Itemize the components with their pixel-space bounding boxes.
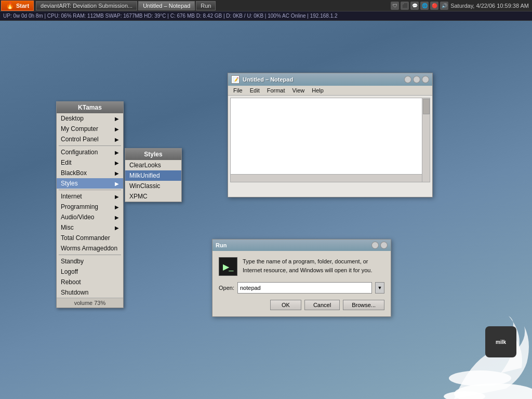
menu-item-misc[interactable]: Misc▶ bbox=[57, 222, 123, 233]
notepad-window: 📝 Untitled – Notepad File Edit Format Vi… bbox=[228, 73, 433, 197]
terminal-icon-symbol: ▶_ bbox=[223, 262, 234, 272]
milk-splash: milk bbox=[376, 269, 532, 399]
menu-item-logoff[interactable]: Logoff bbox=[57, 267, 123, 277]
milk-splash-svg bbox=[376, 269, 532, 399]
start-menu-header: KTamas bbox=[57, 102, 123, 113]
run-controls bbox=[371, 242, 388, 249]
run-description: Type the name of a program, folder, docu… bbox=[243, 257, 384, 274]
run-open-label: Open: bbox=[219, 285, 234, 291]
menu-item-audiovideo[interactable]: Audio/Video▶ bbox=[57, 212, 123, 222]
minimize-button[interactable] bbox=[404, 76, 411, 83]
notepad-hscrollbar[interactable] bbox=[231, 174, 422, 182]
style-xpmc[interactable]: XPMC bbox=[125, 191, 181, 202]
start-button[interactable]: 🔥 Start bbox=[1, 1, 34, 11]
menu-item-totalcommander[interactable]: Total Commander bbox=[57, 233, 123, 243]
run-input-row: Open: ▼ bbox=[219, 282, 384, 294]
tray-icon-3[interactable]: 💬 bbox=[410, 2, 419, 10]
run-cancel-button[interactable]: Cancel bbox=[304, 300, 340, 310]
notepad-titlebar[interactable]: 📝 Untitled – Notepad bbox=[228, 73, 432, 86]
run-body: ▶_ Type the name of a program, folder, d… bbox=[212, 251, 391, 316]
taskbar-tabs: deviantART: Deviation Submission... Unti… bbox=[36, 1, 216, 10]
run-ok-button[interactable]: OK bbox=[270, 300, 301, 310]
separator-2 bbox=[59, 190, 121, 190]
tray-icon-2[interactable]: ⬛ bbox=[401, 2, 409, 10]
styles-submenu: Styles ClearLooks MilkUnified WinClassic… bbox=[125, 148, 182, 202]
start-icon: 🔥 bbox=[6, 2, 14, 9]
menu-item-wormsarmageddon[interactable]: Worms Armageddon bbox=[57, 243, 123, 254]
notepad-content[interactable] bbox=[230, 98, 430, 182]
separator-1 bbox=[59, 145, 121, 146]
menu-item-mycomputer[interactable]: My Computer▶ bbox=[57, 124, 123, 134]
start-menu: KTamas Desktop▶ My Computer▶ Control Pan… bbox=[56, 101, 124, 308]
notepad-controls bbox=[404, 76, 429, 83]
notepad-menubar: File Edit Format View Help bbox=[228, 86, 432, 96]
tray-icon-5[interactable]: 🔴 bbox=[430, 2, 438, 10]
menu-item-standby[interactable]: Standby bbox=[57, 256, 123, 267]
menu-item-desktop[interactable]: Desktop▶ bbox=[57, 113, 123, 124]
menu-item-edit[interactable]: Edit▶ bbox=[57, 157, 123, 168]
taskbar-right: 🛡 ⬛ 💬 🌐 🔴 🔊 Saturday, 4/22/06 10:59:38 A… bbox=[391, 2, 532, 10]
svg-point-0 bbox=[454, 383, 532, 399]
run-top: ▶_ Type the name of a program, folder, d… bbox=[219, 257, 384, 276]
notepad-menu-edit[interactable]: Edit bbox=[247, 87, 263, 94]
menu-item-controlpanel[interactable]: Control Panel▶ bbox=[57, 134, 123, 144]
styles-submenu-header: Styles bbox=[125, 149, 181, 160]
menu-item-internet[interactable]: Internet▶ bbox=[57, 191, 123, 202]
notepad-icon: 📝 bbox=[231, 75, 240, 84]
tray-icons: 🛡 ⬛ 💬 🌐 🔴 🔊 bbox=[391, 2, 448, 10]
menu-item-blackbox[interactable]: BlackBox▶ bbox=[57, 168, 123, 178]
style-winclassic[interactable]: WinClassic bbox=[125, 181, 181, 191]
close-button[interactable] bbox=[422, 76, 429, 83]
taskbar-tab-deviantart[interactable]: deviantART: Deviation Submission... bbox=[36, 1, 137, 10]
taskbar-tab-run[interactable]: Run bbox=[196, 1, 216, 10]
statusbar: UP: 0w 0d 0h 8m | CPU: 06% RAM: 112MB SW… bbox=[0, 11, 532, 21]
menu-item-shutdown[interactable]: Shutdown bbox=[57, 287, 123, 298]
status-text: UP: 0w 0d 0h 8m | CPU: 06% RAM: 112MB SW… bbox=[3, 13, 338, 19]
run-dropdown-button[interactable]: ▼ bbox=[375, 282, 384, 294]
desktop: KTamas Desktop▶ My Computer▶ Control Pan… bbox=[0, 21, 532, 399]
notepad-title-left: 📝 Untitled – Notepad bbox=[231, 75, 293, 84]
run-title-text: Run bbox=[216, 242, 227, 248]
menu-item-configuration[interactable]: Configuration▶ bbox=[57, 147, 123, 157]
run-dialog: Run ▶_ Type the name of a program, folde… bbox=[212, 239, 391, 317]
taskbar-tab-notepad[interactable]: Untitled – Notepad bbox=[138, 1, 195, 10]
separator-3 bbox=[59, 255, 121, 255]
start-label: Start bbox=[16, 3, 29, 9]
maximize-button[interactable] bbox=[413, 76, 420, 83]
run-input-field[interactable] bbox=[237, 282, 372, 294]
tray-icon-6[interactable]: 🔊 bbox=[440, 2, 448, 10]
notepad-menu-view[interactable]: View bbox=[289, 87, 308, 94]
style-clearlooks[interactable]: ClearLooks bbox=[125, 160, 181, 170]
notepad-menu-format[interactable]: Format bbox=[264, 87, 288, 94]
tray-icon-1[interactable]: 🛡 bbox=[391, 2, 399, 10]
run-buttons: OK Cancel Browse... bbox=[219, 300, 384, 310]
svg-point-1 bbox=[449, 370, 511, 386]
datetime: Saturday, 4/22/06 10:59:38 AM bbox=[450, 3, 529, 9]
menu-item-styles[interactable]: Styles▶ bbox=[57, 178, 123, 189]
menu-item-programming[interactable]: Programming▶ bbox=[57, 202, 123, 212]
style-milkunified[interactable]: MilkUnified bbox=[125, 170, 181, 181]
volume-bar: volume 73% bbox=[57, 298, 123, 308]
notepad-menu-file[interactable]: File bbox=[230, 87, 246, 94]
notepad-scrollbar[interactable] bbox=[422, 98, 430, 182]
run-browse-button[interactable]: Browse... bbox=[343, 300, 384, 310]
notepad-menu-help[interactable]: Help bbox=[309, 87, 327, 94]
run-titlebar[interactable]: Run bbox=[212, 240, 391, 251]
taskbar: 🔥 Start deviantART: Deviation Submission… bbox=[0, 0, 532, 11]
milk-logo: milk bbox=[485, 326, 516, 357]
run-close-button[interactable] bbox=[380, 242, 388, 249]
run-terminal-icon: ▶_ bbox=[219, 257, 237, 276]
run-minimize-button[interactable] bbox=[371, 242, 379, 249]
menu-item-reboot[interactable]: Reboot bbox=[57, 277, 123, 287]
tray-icon-4[interactable]: 🌐 bbox=[420, 2, 429, 10]
svg-point-2 bbox=[444, 391, 485, 399]
notepad-title-text: Untitled – Notepad bbox=[243, 76, 293, 83]
notepad-scrollthumb[interactable] bbox=[423, 99, 430, 114]
